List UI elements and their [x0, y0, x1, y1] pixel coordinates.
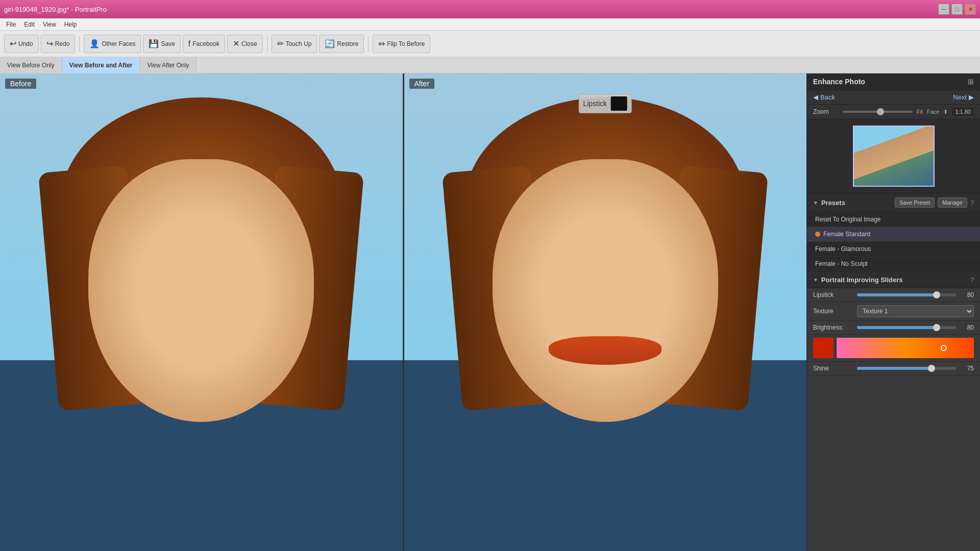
save-preset-button[interactable]: Save Preset	[895, 197, 935, 208]
save-button[interactable]: 💾 Save	[143, 35, 180, 53]
shine-slider-row: Shine 75	[807, 362, 980, 375]
preset-item-reset[interactable]: Reset To Original Image	[807, 212, 980, 227]
lipstick-color-swatch	[611, 96, 627, 111]
redo-button[interactable]: ↪ Redo	[41, 35, 76, 53]
color-picker-row	[807, 335, 980, 362]
minimize-button[interactable]: ─	[938, 4, 949, 15]
flip-to-before-label: Flip To Before	[387, 40, 425, 47]
touch-up-button[interactable]: ✏ Touch Up	[272, 35, 317, 53]
thumbnail-area	[807, 119, 980, 193]
preset-item-female-standard[interactable]: Female Standard	[807, 227, 980, 242]
lipstick-slider-value: 80	[960, 291, 974, 298]
restore-label: Restore	[337, 40, 358, 47]
flip-to-before-button[interactable]: ⇔ Flip To Before	[373, 35, 430, 53]
restore-button[interactable]: 🔄 Restore	[319, 35, 364, 53]
restore-icon: 🔄	[325, 39, 335, 48]
sliders-collapse-icon[interactable]: ▼	[813, 277, 818, 283]
photo-thumbnail	[853, 126, 935, 187]
sliders-help-icon[interactable]: ?	[970, 276, 974, 284]
brightness-slider-thumb[interactable]	[933, 324, 940, 331]
main-content: Before After Lipstick	[0, 73, 980, 551]
back-button[interactable]: ◀ Back	[813, 93, 835, 101]
other-faces-label: Other Faces	[102, 40, 135, 47]
color-cursor[interactable]	[941, 345, 947, 351]
undo-icon: ↩	[10, 39, 16, 48]
undo-label: Undo	[18, 40, 33, 47]
before-image	[0, 73, 403, 551]
view-before-and-after-button[interactable]: View Before and After	[62, 57, 140, 73]
manage-button[interactable]: Manage	[938, 197, 967, 208]
presets-title: Presets	[821, 199, 892, 207]
other-faces-icon: 👤	[89, 39, 100, 48]
zoom-slider[interactable]	[843, 111, 913, 113]
toolbar-separator-2	[267, 36, 267, 52]
close-button[interactable]: ✕ Close	[227, 35, 263, 53]
brightness-slider-row: Brightness: 80	[807, 321, 980, 335]
color-gradient-picker[interactable]	[837, 338, 974, 358]
facebook-label: Facebook	[192, 40, 219, 47]
menu-help[interactable]: Help	[60, 20, 81, 29]
preset-female-standard-label: Female Standard	[823, 231, 870, 238]
preset-item-no-sculpt[interactable]: Female - No Sculpt	[807, 257, 980, 271]
save-label: Save	[161, 40, 175, 47]
view-before-only-button[interactable]: View Before Only	[0, 57, 62, 73]
undo-button[interactable]: ↩ Undo	[4, 35, 39, 53]
shine-slider-track[interactable]	[857, 367, 957, 370]
menu-file[interactable]: File	[2, 20, 20, 29]
presets-help-icon[interactable]: ?	[970, 199, 974, 207]
maximize-button[interactable]: □	[951, 4, 963, 15]
brightness-slider-fill	[857, 326, 937, 329]
view-after-only-button[interactable]: View After Only	[140, 57, 197, 73]
preset-reset-label: Reset To Original Image	[815, 216, 881, 223]
window-title: girl-919048_1920.jpg* - PortraitPro	[4, 6, 107, 13]
close-label: Close	[241, 40, 257, 47]
menu-edit[interactable]: Edit	[20, 20, 39, 29]
zoom-face-button[interactable]: Face	[927, 109, 939, 115]
navigation-row: ◀ Back Next ▶	[807, 90, 980, 105]
after-label: After	[409, 79, 435, 89]
lipstick-effect	[549, 336, 662, 365]
close-window-button[interactable]: ✕	[965, 4, 976, 15]
shine-label: Shine	[813, 365, 854, 372]
menu-bar: File Edit View Help	[0, 18, 980, 31]
enhance-icon[interactable]: ⊞	[968, 78, 974, 86]
face-skin-before	[88, 159, 314, 422]
brightness-slider-value: 80	[960, 324, 974, 331]
preset-glamorous-label: Female - Glamorous	[815, 245, 871, 253]
save-icon: 💾	[149, 39, 159, 48]
lipstick-tooltip: Lipstick	[578, 94, 632, 113]
lipstick-slider-fill	[857, 293, 937, 296]
texture-row: Texture Texture 1 Texture 2 Texture 3	[807, 302, 980, 321]
facebook-icon: f	[188, 39, 190, 48]
zoom-fit-button[interactable]: Fit	[917, 109, 923, 115]
other-faces-button[interactable]: 👤 Other Faces	[84, 35, 141, 53]
enhance-photo-title: Enhance Photo	[813, 78, 865, 86]
preset-active-indicator	[815, 232, 820, 237]
enhance-photo-header: Enhance Photo ⊞	[807, 73, 980, 90]
before-label: Before	[5, 79, 36, 89]
back-arrow-icon: ◀	[813, 93, 818, 101]
preset-no-sculpt-label: Female - No Sculpt	[815, 260, 868, 267]
title-bar: girl-919048_1920.jpg* - PortraitPro ─ □ …	[0, 0, 980, 18]
toolbar-separator-3	[368, 36, 369, 52]
toolbar: ↩ Undo ↪ Redo 👤 Other Faces 💾 Save f Fac…	[0, 31, 980, 57]
texture-select[interactable]: Texture 1 Texture 2 Texture 3	[857, 305, 974, 317]
menu-view[interactable]: View	[39, 20, 60, 29]
lipstick-tooltip-text: Lipstick	[583, 99, 607, 108]
shine-slider-thumb[interactable]	[928, 365, 935, 372]
view-bar: View Before Only View Before and After V…	[0, 57, 980, 73]
texture-label: Texture	[813, 308, 854, 315]
portrait-sliders-title: Portrait Improving Sliders	[821, 276, 967, 284]
lipstick-slider-thumb[interactable]	[933, 291, 940, 298]
toolbar-separator-1	[79, 36, 80, 52]
preset-item-glamorous[interactable]: Female - Glamorous	[807, 242, 980, 257]
next-button[interactable]: Next ▶	[953, 93, 974, 101]
lipstick-slider-row: Lipstick 80	[807, 288, 980, 302]
portrait-sliders-header: ▼ Portrait Improving Sliders ?	[807, 272, 980, 288]
lipstick-slider-track[interactable]	[857, 293, 957, 296]
brightness-slider-track[interactable]	[857, 326, 957, 329]
presets-collapse-icon[interactable]: ▼	[813, 200, 818, 206]
zoom-ratio-value: 1:1.80	[952, 108, 974, 116]
facebook-button[interactable]: f Facebook	[183, 35, 225, 53]
color-swatch[interactable]	[813, 338, 834, 358]
